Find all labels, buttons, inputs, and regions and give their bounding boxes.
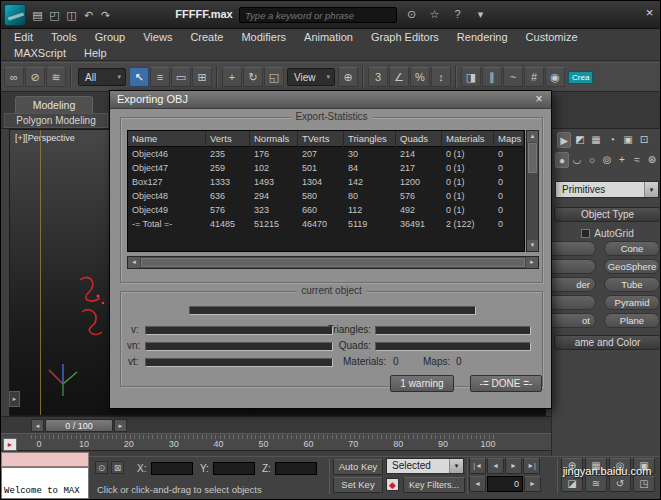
scroll-right-icon[interactable]: ►	[526, 257, 538, 268]
scroll-left-icon[interactable]: ◄	[128, 257, 140, 268]
track-bar[interactable]: 0102030405060708090100	[1, 433, 551, 451]
time-slider[interactable]: ◄ 0 / 100 ►	[1, 416, 551, 433]
select-and-move-icon[interactable]: +	[222, 67, 242, 87]
spinner-snap-icon[interactable]: ↕	[431, 67, 451, 87]
reference-coordinate-dropdown[interactable]: View▾	[287, 68, 335, 86]
pan-view-icon[interactable]: ≋	[585, 476, 607, 492]
key-filter-icon[interactable]: ◆	[386, 478, 399, 491]
window-crossing-icon[interactable]: ⊞	[192, 67, 212, 87]
menu-item[interactable]: Help	[75, 45, 116, 61]
undo-icon[interactable]: ↶	[80, 7, 97, 23]
mirror-icon[interactable]: ◨	[461, 67, 481, 87]
auto-key-button[interactable]: Auto Key	[333, 459, 383, 475]
rectangular-selection-region-icon[interactable]: ▭	[171, 67, 191, 87]
warning-button[interactable]: 1 warning	[390, 375, 454, 392]
tab-modeling[interactable]: Modeling	[15, 96, 93, 113]
dialog-title-bar[interactable]: Exporting OBJ ×	[110, 91, 551, 109]
percent-snap-icon[interactable]: %	[410, 67, 430, 87]
dialog-close-icon[interactable]: ×	[532, 92, 546, 106]
use-pivot-center-icon[interactable]: ⊕	[338, 67, 358, 87]
select-and-scale-icon[interactable]: ◱	[264, 67, 284, 87]
create-tab-icon[interactable]: ▶	[557, 132, 571, 148]
time-slider-handle[interactable]: 0 / 100	[45, 419, 113, 432]
menu-item[interactable]: Views	[134, 29, 181, 45]
done-button[interactable]: -= DONE =-	[470, 375, 542, 392]
search-icon[interactable]: ⊙	[403, 6, 420, 22]
scrollbar-thumb[interactable]	[141, 258, 525, 267]
select-and-link-icon[interactable]: ∞	[4, 67, 24, 87]
open-file-icon[interactable]: ◰	[46, 7, 63, 23]
object-type-button[interactable]: Plane	[604, 313, 660, 328]
key-mode-dropdown[interactable]: Selected ▾	[386, 458, 464, 474]
isolate-selection-icon[interactable]: ⊙	[95, 461, 108, 474]
redo-icon[interactable]: ↷	[97, 7, 114, 23]
menu-item[interactable]: Tools	[42, 29, 86, 45]
object-type-rollout[interactable]: Object Type	[554, 207, 661, 222]
systems-category-icon[interactable]: ⊛	[645, 152, 659, 168]
menu-item[interactable]: Animation	[295, 29, 362, 45]
align-icon[interactable]: ∥	[482, 67, 502, 87]
modify-tab-icon[interactable]: ◩	[573, 132, 587, 148]
previous-frame-icon[interactable]: ◄	[487, 458, 504, 474]
menu-item[interactable]: Graph Editors	[362, 29, 448, 45]
scroll-down-icon[interactable]: ▼	[527, 240, 538, 251]
maximize-viewport-icon[interactable]: ◳	[633, 476, 655, 492]
schematic-view-icon[interactable]: #	[524, 67, 544, 87]
menu-item[interactable]: Create	[181, 29, 232, 45]
macro-recorder-pane[interactable]	[1, 452, 89, 467]
selection-lock-icon[interactable]: ⊠	[111, 461, 124, 474]
go-to-end-icon[interactable]: ►|	[523, 458, 540, 474]
vertical-scrollbar[interactable]: ▲ ▼	[526, 130, 539, 252]
key-step-forward-icon[interactable]: ►	[524, 476, 541, 492]
go-to-start-icon[interactable]: |◄	[469, 458, 486, 474]
curve-editor-icon[interactable]: ~	[503, 67, 523, 87]
object-type-button[interactable]: Cone	[604, 241, 660, 256]
current-time-field[interactable]: 0	[487, 476, 523, 492]
menu-item[interactable]: Modifiers	[232, 29, 295, 45]
key-filters-button[interactable]: Key Filters...	[403, 477, 465, 493]
shapes-category-icon[interactable]: ◡	[570, 152, 584, 168]
snap-toggle-icon[interactable]: 3	[368, 67, 388, 87]
x-coordinate-field[interactable]	[151, 462, 193, 475]
geometry-category-icon[interactable]: ●	[555, 152, 569, 168]
menu-item[interactable]: Group	[86, 29, 135, 45]
mini-listener-icon[interactable]: ►	[3, 438, 17, 451]
hierarchy-tab-icon[interactable]: ▦	[589, 132, 603, 148]
play-animation-icon[interactable]: ►	[505, 458, 522, 474]
save-file-icon[interactable]: ◫	[63, 7, 80, 23]
angle-snap-icon[interactable]: ∠	[389, 67, 409, 87]
field-of-view-icon[interactable]: ◪	[561, 476, 583, 492]
render-setup-icon[interactable]: ◉	[545, 67, 565, 87]
z-coordinate-field[interactable]	[275, 462, 317, 475]
maxscript-listener-pane[interactable]: Welcome to MAX	[1, 467, 89, 499]
search-input[interactable]	[239, 7, 397, 23]
viewport-label[interactable]: [+][Perspective	[15, 133, 75, 143]
menu-item[interactable]: Customize	[517, 29, 587, 45]
communication-center-icon[interactable]: ☆	[426, 6, 443, 22]
horizontal-scrollbar[interactable]: ◄ ►	[127, 256, 539, 269]
name-and-color-rollout[interactable]: ame and Color	[554, 335, 661, 350]
previous-frame-arrow-icon[interactable]: ◄	[31, 419, 44, 432]
display-tab-icon[interactable]: ▣	[621, 132, 635, 148]
menu-item[interactable]: MAXScript	[5, 45, 75, 61]
select-by-name-icon[interactable]: ≡	[150, 67, 170, 87]
3dsmax-logo-icon[interactable]	[4, 4, 26, 26]
selection-filter-dropdown[interactable]: All▾	[78, 68, 126, 86]
help-menu-arrow-icon[interactable]: ▾	[472, 6, 489, 22]
viewport-tab-expand-icon[interactable]: ►	[9, 391, 20, 407]
unlink-selection-icon[interactable]: ⊘	[25, 67, 45, 87]
object-type-button[interactable]: Tube	[604, 277, 660, 292]
motion-tab-icon[interactable]: ◔	[605, 132, 619, 148]
menu-item[interactable]: Rendering	[448, 29, 517, 45]
select-object-icon[interactable]: ↖	[129, 67, 149, 87]
orbit-icon[interactable]: ↺	[609, 476, 631, 492]
scroll-up-icon[interactable]: ▲	[527, 131, 538, 142]
help-icon[interactable]: ?	[449, 6, 466, 22]
object-type-button[interactable]: Pyramid	[604, 295, 660, 310]
bind-to-space-warp-icon[interactable]: ≋	[46, 67, 66, 87]
utilities-tab-icon[interactable]: ⊡	[637, 132, 651, 148]
tab-polygon-modeling[interactable]: Polygon Modeling	[4, 113, 108, 128]
menu-item[interactable]: Edit	[5, 29, 42, 45]
lights-category-icon[interactable]: ☼	[585, 152, 599, 168]
y-coordinate-field[interactable]	[213, 462, 255, 475]
